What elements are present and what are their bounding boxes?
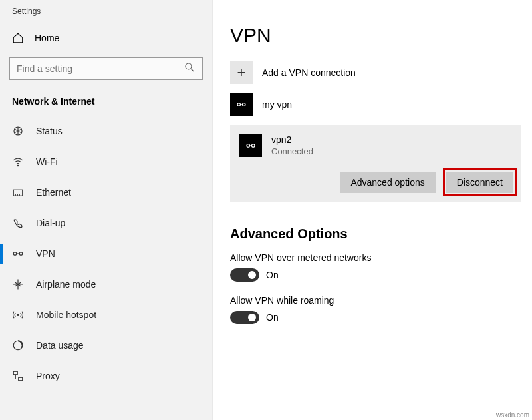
- vpn-selected-status: Connected: [271, 146, 313, 156]
- svg-point-10: [19, 252, 23, 256]
- search-container: [0, 51, 212, 89]
- vpn-item[interactable]: my vpn: [230, 93, 521, 116]
- sidebar-item-label: Wi-Fi: [36, 156, 58, 167]
- sidebar-item-label: Mobile hotspot: [36, 310, 96, 320]
- svg-point-12: [17, 314, 19, 316]
- sidebar-item-label: Status: [36, 126, 63, 136]
- advanced-options-title: Advanced Options: [230, 226, 521, 242]
- svg-point-4: [17, 165, 19, 166]
- svg-point-19: [247, 144, 250, 148]
- data-usage-icon: [12, 339, 24, 351]
- sidebar-item-label: Data usage: [36, 340, 84, 351]
- home-icon: [12, 32, 24, 44]
- watermark: wsxdn.com: [496, 411, 529, 419]
- svg-point-0: [186, 63, 192, 69]
- svg-point-16: [237, 103, 241, 106]
- nav-list: Status Wi-Fi Ethernet Dial-up VPN: [0, 116, 212, 391]
- sidebar-item-label: VPN: [36, 248, 55, 259]
- section-header: Network & Internet: [0, 89, 212, 116]
- sidebar-item-home[interactable]: Home: [0, 25, 212, 51]
- sidebar-item-label: Dial-up: [36, 218, 65, 228]
- vpn-item-name: my vpn: [262, 99, 292, 110]
- sidebar-item-status[interactable]: Status: [0, 116, 212, 146]
- add-vpn-row[interactable]: + Add a VPN connection: [230, 61, 521, 84]
- sidebar-item-vpn[interactable]: VPN: [0, 238, 212, 269]
- roaming-toggle-row: On: [230, 311, 521, 324]
- ethernet-icon: [12, 186, 24, 198]
- page-title: VPN: [230, 24, 521, 47]
- metered-toggle[interactable]: [230, 268, 259, 282]
- vpn-icon: [12, 248, 24, 260]
- vpn-tile-icon: [230, 93, 253, 116]
- roaming-state: On: [266, 312, 279, 323]
- sidebar-item-dialup[interactable]: Dial-up: [0, 208, 212, 238]
- svg-point-20: [252, 144, 255, 148]
- dialup-icon: [12, 217, 24, 229]
- wifi-icon: [12, 156, 24, 168]
- sidebar-item-ethernet[interactable]: Ethernet: [0, 177, 212, 208]
- sidebar-item-airplane[interactable]: Airplane mode: [0, 269, 212, 300]
- vpn-selected-name: vpn2: [271, 134, 313, 145]
- add-vpn-label: Add a VPN connection: [262, 67, 356, 78]
- advanced-options-button[interactable]: Advanced options: [340, 172, 435, 193]
- status-icon: [12, 125, 24, 137]
- sidebar-item-proxy[interactable]: Proxy: [0, 361, 212, 391]
- metered-label: Allow VPN over metered networks: [230, 252, 521, 263]
- search-icon: [184, 61, 196, 76]
- sidebar-item-label: Ethernet: [36, 187, 71, 198]
- vpn-item-selected[interactable]: vpn2 Connected Advanced options Disconne…: [230, 125, 521, 202]
- sidebar-item-wifi[interactable]: Wi-Fi: [0, 146, 212, 177]
- vpn-tile-icon: [239, 134, 262, 157]
- metered-toggle-row: On: [230, 268, 521, 282]
- plus-icon: +: [230, 61, 253, 84]
- proxy-icon: [12, 370, 24, 382]
- disconnect-button[interactable]: Disconnect: [446, 172, 513, 193]
- search-input[interactable]: [17, 63, 184, 74]
- roaming-toggle[interactable]: [230, 311, 259, 324]
- svg-rect-15: [19, 377, 23, 381]
- sidebar-item-hotspot[interactable]: Mobile hotspot: [0, 300, 212, 330]
- home-label: Home: [35, 33, 59, 43]
- window-title: Settings: [0, 4, 212, 25]
- svg-point-9: [13, 252, 17, 256]
- sidebar-item-label: Airplane mode: [36, 279, 96, 290]
- sidebar: Settings Home Network & Internet Status …: [0, 0, 213, 420]
- svg-rect-14: [13, 371, 17, 375]
- svg-point-17: [243, 103, 246, 106]
- airplane-icon: [12, 278, 24, 290]
- main-content: VPN + Add a VPN connection my vpn vpn2 C…: [213, 0, 532, 420]
- sidebar-item-datausage[interactable]: Data usage: [0, 330, 212, 361]
- search-box[interactable]: [9, 57, 203, 80]
- hotspot-icon: [12, 309, 24, 321]
- svg-rect-5: [13, 190, 23, 196]
- sidebar-item-label: Proxy: [36, 371, 60, 381]
- metered-state: On: [266, 270, 279, 280]
- roaming-label: Allow VPN while roaming: [230, 295, 521, 306]
- svg-line-1: [191, 69, 194, 71]
